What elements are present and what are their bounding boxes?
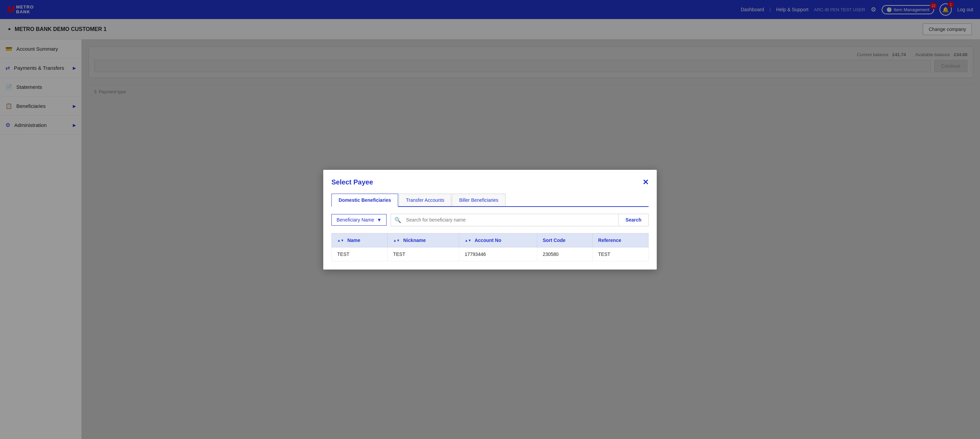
row-reference: TEST: [592, 247, 648, 261]
row-nickname: TEST: [388, 247, 459, 261]
select-payee-modal: Select Payee ✕ Domestic Beneficiaries Tr…: [323, 170, 657, 270]
beneficiaries-table: ▲▼ Name ▲▼ Nickname ▲▼ Account No Sort C…: [331, 233, 649, 261]
name-sort-arrows: ▲▼: [337, 239, 344, 242]
table-body: TEST TEST 17793446 230580 TEST: [332, 247, 649, 261]
row-name: TEST: [332, 247, 388, 261]
search-box: 🔍 Search: [391, 214, 649, 226]
col-account-no[interactable]: ▲▼ Account No: [459, 233, 537, 247]
row-account-no: 17793446: [459, 247, 537, 261]
beneficiary-name-filter[interactable]: Beneficiary Name ▼: [331, 214, 387, 226]
col-name[interactable]: ▲▼ Name: [332, 233, 388, 247]
nickname-sort-arrows: ▲▼: [393, 239, 400, 242]
col-nickname[interactable]: ▲▼ Nickname: [388, 233, 459, 247]
table-header-row: ▲▼ Name ▲▼ Nickname ▲▼ Account No Sort C…: [332, 233, 649, 247]
table-row[interactable]: TEST TEST 17793446 230580 TEST: [332, 247, 649, 261]
modal-title: Select Payee: [331, 178, 373, 186]
col-sort-code: Sort Code: [537, 233, 592, 247]
search-input[interactable]: [404, 215, 618, 225]
accountno-sort-arrows: ▲▼: [465, 239, 471, 242]
col-reference: Reference: [592, 233, 648, 247]
modal-close-button[interactable]: ✕: [643, 178, 649, 187]
table-header: ▲▼ Name ▲▼ Nickname ▲▼ Account No Sort C…: [332, 233, 649, 247]
modal-header: Select Payee ✕: [331, 178, 649, 187]
tab-domestic-beneficiaries[interactable]: Domestic Beneficiaries: [331, 194, 398, 207]
modal-tabs: Domestic Beneficiaries Transfer Accounts…: [331, 194, 649, 207]
row-sort-code: 230580: [537, 247, 592, 261]
filter-arrow-icon: ▼: [377, 217, 382, 223]
tab-transfer-accounts[interactable]: Transfer Accounts: [399, 194, 451, 206]
modal-overlay[interactable]: Select Payee ✕ Domestic Beneficiaries Tr…: [0, 0, 980, 439]
tab-biller-beneficiaries[interactable]: Biller Beneficiaries: [452, 194, 505, 206]
search-row: Beneficiary Name ▼ 🔍 Search: [331, 214, 649, 226]
search-icon: 🔍: [391, 214, 404, 226]
filter-label: Beneficiary Name: [337, 217, 374, 223]
search-button[interactable]: Search: [618, 215, 648, 225]
